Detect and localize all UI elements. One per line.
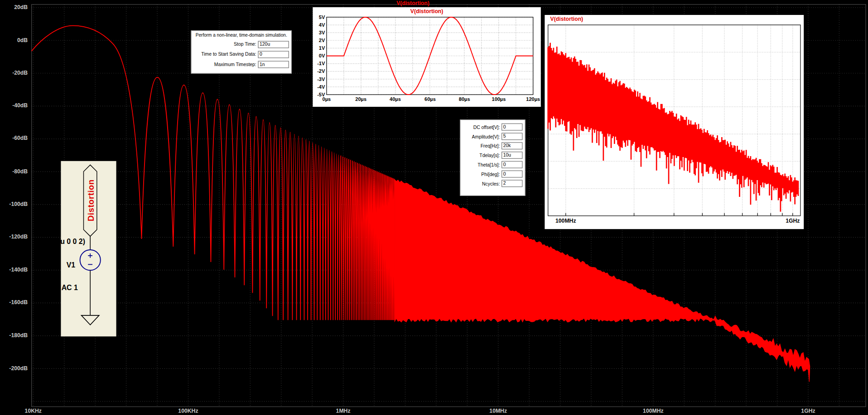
param-field-input[interactable]: 0 bbox=[502, 171, 522, 178]
param-field-label: Theta[1/s]: bbox=[463, 162, 500, 167]
param-field-input[interactable]: 0 bbox=[502, 161, 522, 168]
param-field-input[interactable]: 0 bbox=[502, 124, 522, 131]
param-field-row: Ncycles:2 bbox=[461, 179, 525, 188]
param-field-label: DC offset[V]: bbox=[463, 124, 500, 129]
fft-zoom-inset[interactable]: V(distortion) 100MHz1GHz bbox=[545, 15, 804, 229]
fft-zoom-plot-area[interactable] bbox=[545, 15, 804, 229]
sine-source-params-rows: DC offset[V]:0Amplitude[V]:5Freq[Hz]:20k… bbox=[461, 122, 525, 188]
source-polarity-marks bbox=[88, 253, 92, 264]
sim-field-row: Maximum Timestep:1n bbox=[192, 59, 291, 69]
param-field-row: Phi[deg]:0 bbox=[461, 169, 525, 179]
voltage-source-circle[interactable] bbox=[80, 250, 101, 270]
param-field-input[interactable]: 20k bbox=[502, 142, 522, 149]
sim-field-row: Time to Start Saving Data:0 bbox=[192, 49, 291, 59]
param-field-label: Freq[Hz]: bbox=[463, 143, 500, 148]
transient-settings-rows: Stop Time:120uTime to Start Saving Data:… bbox=[192, 39, 291, 69]
sim-field-label: Stop Time: bbox=[194, 42, 256, 47]
sine-source-params-panel: DC offset[V]:0Amplitude[V]:5Freq[Hz]:20k… bbox=[460, 119, 525, 196]
transient-settings-title: Perform a non-linear, time-domain simula… bbox=[192, 31, 291, 39]
sim-field-input[interactable]: 1n bbox=[258, 61, 289, 68]
sim-field-row: Stop Time:120u bbox=[192, 39, 291, 49]
schematic-view[interactable]: Distortion u 0 0 2) V1 AC 1 bbox=[61, 161, 116, 337]
ground-symbol[interactable] bbox=[82, 315, 99, 325]
param-field-row: Theta[1/s]:0 bbox=[461, 160, 525, 169]
spice-directive-text: u 0 0 2) bbox=[60, 238, 85, 246]
param-field-input[interactable]: 5 bbox=[502, 133, 522, 140]
net-label-distortion[interactable]: Distortion bbox=[86, 169, 95, 231]
sim-field-label: Maximum Timestep: bbox=[194, 62, 256, 67]
fft-zoom-ticks bbox=[566, 213, 793, 216]
component-value[interactable]: AC 1 bbox=[62, 283, 78, 291]
param-field-label: Phi[deg]: bbox=[463, 171, 500, 176]
param-field-label: Ncycles: bbox=[463, 181, 500, 186]
param-field-row: Amplitude[V]:5 bbox=[461, 132, 525, 141]
time-plot-area[interactable] bbox=[313, 7, 540, 107]
param-field-input[interactable]: 10u bbox=[502, 152, 522, 159]
sim-field-label: Time to Start Saving Data: bbox=[194, 52, 256, 57]
fft-zoom-trace bbox=[548, 43, 798, 212]
component-designator[interactable]: V1 bbox=[67, 261, 75, 269]
param-field-row: Tdelay[s]:10u bbox=[461, 151, 525, 160]
ltspice-window: V(distortion) 20dB0dB-20dB-40dB-60dB-80d… bbox=[0, 0, 868, 415]
transient-settings-panel: Perform a non-linear, time-domain simula… bbox=[191, 30, 292, 73]
sim-field-input[interactable]: 0 bbox=[258, 51, 289, 58]
param-field-label: Tdelay[s]: bbox=[463, 153, 500, 158]
sim-field-input[interactable]: 120u bbox=[258, 41, 289, 48]
param-field-label: Amplitude[V]: bbox=[463, 134, 500, 139]
param-field-row: DC offset[V]:0 bbox=[461, 122, 525, 132]
param-field-input[interactable]: 2 bbox=[502, 180, 522, 187]
main-trace-title[interactable]: V(distortion) bbox=[357, 0, 468, 6]
param-field-row: Freq[Hz]:20k bbox=[461, 141, 525, 151]
time-domain-inset[interactable]: V(distortion) 5V4V3V2V1V0V-1V-2V-3V-4V-5… bbox=[313, 7, 540, 107]
